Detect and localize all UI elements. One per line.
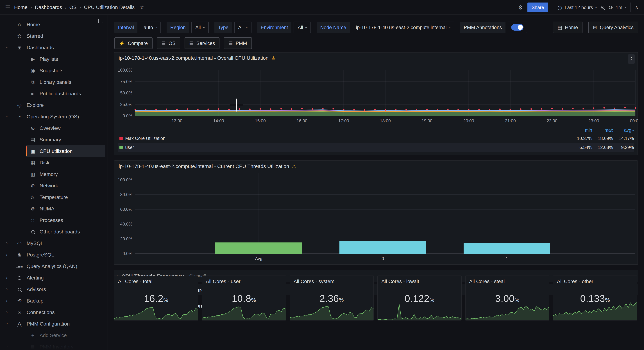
stat-panel-all-cores-steal: All Cores - steal3.00% [465,276,550,320]
sidebar-item-alerting[interactable]: ›Alerting [0,272,108,284]
sidebar-item-label: Processes [40,217,105,223]
legend-row-user[interactable]: user6.54%12.68%9.29% [118,143,634,152]
sidebar-item-public-dashboards[interactable]: ⧈Public dashboards [0,88,108,99]
sidebar-item-network[interactable]: ⊕Network [0,180,108,191]
sidebar-item-disk[interactable]: ▦Disk [0,157,108,168]
globe-icon: ⊕ [29,183,36,188]
chevron-right-icon[interactable]: › [4,298,9,303]
playlist-icon: ▶ [29,56,36,62]
pmm-link-button[interactable]: ☰ PMM [224,38,252,49]
sidebar-item-mysql[interactable]: ›◠MySQL [0,238,108,249]
breadcrumb-home[interactable]: Home [14,4,28,10]
stat-panel-all-cores-total: All Cores - total16.2% [114,276,198,320]
sidebar-item-query-analytics-qan-[interactable]: ▂▅▃Query Analytics (QAN) [0,260,108,272]
sidebar-item-label: PostgreSQL [26,252,105,258]
star-icon: ☆ [16,33,23,39]
chevron-right-icon[interactable]: › [4,252,9,257]
interval-select[interactable]: auto› [140,22,161,33]
bar-chart-icon: ▂▅▃ [16,265,23,268]
sidebar-item-memory[interactable]: ▥Memory [0,168,108,180]
refresh-icon: ⟳ [609,4,613,10]
zoom-out-icon[interactable] [601,4,604,10]
home-button[interactable]: ▤ Home [553,22,583,33]
sidebar-item-pmm-configuration[interactable]: ›⋀PMM Configuration [0,318,108,330]
svg-text:23:00: 23:00 [588,118,599,123]
grid-icon: ⊞ [593,25,597,30]
sidebar-item-other-dashboards[interactable]: Other dashboards [0,226,108,238]
query-analytics-button[interactable]: ⊞ Query Analytics [588,22,638,33]
sidebar-item-postgresql[interactable]: ›♞PostgreSQL [0,249,108,260]
os-link-button[interactable]: ☰ OS [157,38,180,49]
chevron-right-icon[interactable]: › [4,287,9,292]
sidebar-item-temperature[interactable]: ♨Temperature [0,191,108,203]
legend-sort-min[interactable]: min [571,128,592,133]
clipboard-icon: ▤ [29,137,36,142]
caret-up-icon[interactable]: ∧ [635,5,638,9]
divider [553,2,553,12]
chevron-down-icon[interactable]: › [4,321,9,326]
menu-icon[interactable]: ☰ [5,4,10,11]
svg-text:20.0%: 20.0% [120,236,132,241]
sidebar-item-playlists[interactable]: ▶Playlists [0,53,108,65]
sidebar-item-starred[interactable]: ☆Starred [0,30,108,42]
sidebar-item-cpu-utilization[interactable]: ▣CPU utilization [26,145,106,157]
refresh-interval: 1m [616,4,622,10]
sidebar-item-summary[interactable]: ▤Summary [0,134,108,145]
sidebar-item-connections[interactable]: ›∞Connections [0,306,108,318]
document-icon: ▤ [558,25,562,30]
environment-filter: Environment All› [257,22,311,33]
type-select[interactable]: All› [234,22,251,33]
clock-icon: ◷ [558,4,562,10]
sidebar-item-overview[interactable]: ⊙Overview [0,122,108,134]
sidebar-item-numa[interactable]: ⊛NUMA [0,203,108,214]
legend-sort-avg[interactable]: avg › [613,128,634,133]
chevron-right-icon[interactable]: › [4,310,9,315]
legend-sort-max[interactable]: max [592,128,613,133]
sidebar-item-label: Temperature [40,194,105,200]
list-icon: ☰ [162,41,166,46]
share-button[interactable]: Share [527,2,548,12]
chevron-right-icon[interactable]: › [4,275,9,280]
sidebar-item-library-panels[interactable]: ⧉Library panels [0,76,108,88]
sidebar-item-pmm-inventory[interactable]: ›≣PMM Inventory [0,341,108,350]
sidebar-item-home[interactable]: ⌂Home [0,19,108,30]
overall-cpu-chart: 0.0%25.0%50.0%75.0%100.0%13:0014:0015:00… [114,52,638,126]
chevron-down-icon[interactable]: › [4,344,9,349]
sidebar-item-dashboards[interactable]: ›⊞Dashboards [0,42,108,53]
sidebar-item-label: Query Analytics (QAN) [26,263,105,269]
svg-text:20:00: 20:00 [463,118,474,123]
node-name-select[interactable]: ip-10-178-1-40.us-east-2.compute.interna… [352,22,454,33]
breadcrumb-dashboards[interactable]: Dashboards [35,4,62,10]
region-select[interactable]: All› [192,22,208,33]
type-filter: Type All› [214,22,251,33]
time-range-picker[interactable]: ◷ Last 12 hours › [558,4,597,10]
region-filter: Region All› [166,22,208,33]
refresh-button[interactable]: ⟳ 1m › [609,4,626,10]
sidebar-item-add-service[interactable]: +Add Service [0,330,108,341]
breadcrumb-separator: › [30,4,32,10]
sidebar-item-explore[interactable]: ◎Explore [0,99,108,111]
breadcrumb-cpu-utilization-details: CPU Utilization Details [84,4,135,10]
sidebar-item-snapshots[interactable]: ◉Snapshots [0,65,108,76]
compare-button[interactable]: ⚡ Compare [114,38,152,49]
chevron-right-icon[interactable]: › [4,241,9,246]
sidebar-item-backup[interactable]: ›⟲Backup [0,295,108,306]
chevron-down-icon[interactable]: › [4,45,9,50]
sidebar-item-operating-system-os-[interactable]: ›◔Operating System (OS) [0,111,108,122]
dashboard-content: Interval auto› Region All› Type All› Env… [108,15,644,350]
services-link-button[interactable]: ☰ Services [184,38,220,49]
breadcrumb: Home›Dashboards›OS›CPU Utilization Detai… [14,4,135,10]
sidebar-item-advisors[interactable]: ›Advisors [0,284,108,295]
favorite-star-icon[interactable]: ☆ [140,4,144,10]
gear-icon[interactable]: ⚙ [518,4,523,10]
series-max: 12.68% [592,145,613,150]
chevron-down-icon[interactable]: › [4,114,9,119]
legend-row-max-core-utilization[interactable]: Max Core Utilization10.37%18.69%14.17% [118,134,634,143]
breadcrumb-os[interactable]: OS [70,4,77,10]
environment-select[interactable]: All› [294,22,311,33]
region-label: Region [166,22,189,33]
pmm-annotations-toggle[interactable] [508,22,527,33]
stat-title: All Cores - other [557,278,593,284]
sidebar-item-processes[interactable]: ∷Processes [0,214,108,226]
sidebar-item-label: Backup [26,298,105,304]
